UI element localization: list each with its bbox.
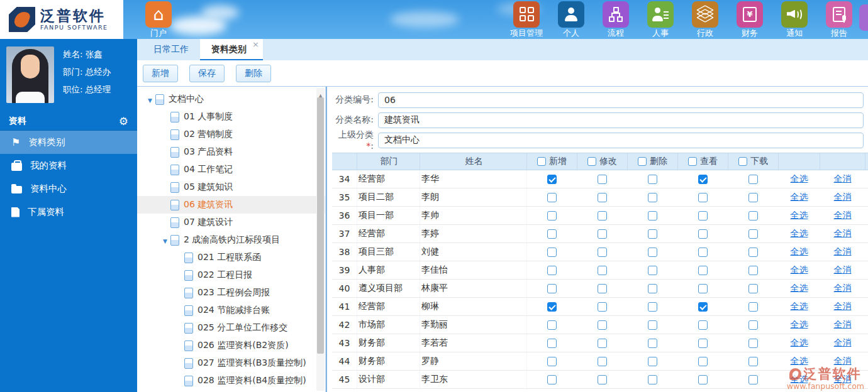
delete-button[interactable]: 删除 <box>236 65 271 82</box>
checkbox[interactable] <box>547 229 557 239</box>
gear-icon[interactable] <box>119 115 128 128</box>
nav-item-partial-icon[interactable] <box>859 4 868 31</box>
tree-item[interactable]: 01 人事制度 <box>137 108 325 126</box>
checkbox[interactable] <box>598 248 607 257</box>
tab-daily-work[interactable]: 日常工作 <box>142 39 200 60</box>
tree-item[interactable]: 023 工程例会周报 <box>137 284 325 302</box>
tree-item[interactable]: 024 节能减排台账 <box>137 302 325 319</box>
table-row[interactable]: 42市场部李勤丽全选全消 <box>332 316 868 334</box>
checkbox[interactable] <box>698 284 708 293</box>
checkbox[interactable] <box>547 284 557 293</box>
table-row[interactable]: 45设计部李卫东全选全消 <box>332 371 868 389</box>
table-row[interactable]: 39人事部李佳怡全选全消 <box>332 261 868 280</box>
checkbox[interactable] <box>547 175 557 184</box>
select-all-link[interactable]: 全选 <box>791 192 808 203</box>
checkbox[interactable] <box>648 302 657 312</box>
checkbox[interactable] <box>547 357 557 366</box>
close-icon[interactable]: × <box>252 40 259 49</box>
checkbox[interactable] <box>648 229 657 239</box>
select-all-link[interactable]: 全选 <box>791 228 808 239</box>
nav-item-workflow[interactable]: 流程 <box>598 1 633 39</box>
checkbox[interactable] <box>648 320 657 330</box>
nav-item-hr[interactable]: 人事 <box>643 1 678 39</box>
nav-item-project-management[interactable]: 项目管理 <box>509 1 544 39</box>
checkbox[interactable] <box>698 339 708 348</box>
sidebar-item-my-data[interactable]: 我的资料 <box>0 154 137 177</box>
checkbox[interactable] <box>598 211 607 220</box>
clear-all-link[interactable]: 全消 <box>834 356 852 367</box>
select-all-link[interactable]: 全选 <box>791 301 808 312</box>
checkbox[interactable] <box>698 193 708 202</box>
select-all-link[interactable]: 全选 <box>791 356 808 367</box>
checkbox[interactable] <box>598 266 607 275</box>
checkbox[interactable] <box>547 339 557 348</box>
tree-item-clipped[interactable] <box>137 389 325 392</box>
tree-item[interactable]: 04 工作笔记 <box>137 161 325 178</box>
checkbox[interactable] <box>648 248 657 257</box>
save-button[interactable]: 保存 <box>189 65 225 82</box>
checkbox[interactable] <box>698 302 708 312</box>
table-row[interactable]: 40遵义项目部林康平全选全消 <box>332 280 868 298</box>
checkbox[interactable] <box>648 266 657 275</box>
checkbox[interactable] <box>738 157 747 166</box>
clear-all-link[interactable]: 全消 <box>834 192 852 203</box>
checkbox[interactable] <box>698 320 708 330</box>
checkbox[interactable] <box>698 211 708 220</box>
checkbox[interactable] <box>748 339 758 348</box>
tree-item[interactable]: 027 监理资料(B3质量控制) <box>137 354 325 372</box>
checkbox[interactable] <box>648 339 657 348</box>
checkbox[interactable] <box>748 193 758 202</box>
tree-scrollbar[interactable] <box>316 88 325 391</box>
select-all-link[interactable]: 全选 <box>791 319 808 330</box>
nav-item-admin[interactable]: 行政 <box>687 1 723 39</box>
checkbox[interactable] <box>648 375 657 384</box>
sidebar-item-subordinate-data[interactable]: 下属资料 <box>0 200 137 224</box>
clear-all-link[interactable]: 全消 <box>834 210 852 221</box>
clear-all-link[interactable]: 全消 <box>834 283 852 294</box>
select-all-link[interactable]: 全选 <box>791 173 808 185</box>
tree-item[interactable]: 02 营销制度 <box>137 126 325 143</box>
checkbox[interactable] <box>648 193 657 202</box>
expand-arrow-icon[interactable] <box>145 94 155 104</box>
tree-item-root[interactable]: 文档中心 <box>137 90 325 108</box>
checkbox[interactable] <box>598 357 607 366</box>
checkbox[interactable] <box>547 193 557 202</box>
tree-item[interactable]: 03 产品资料 <box>137 143 325 161</box>
checkbox[interactable] <box>598 193 607 202</box>
checkbox[interactable] <box>748 320 758 330</box>
sidebar-item-data-center[interactable]: 资料中心 <box>0 177 137 200</box>
nav-item-report[interactable]: 报告 <box>821 1 857 39</box>
clear-all-link[interactable]: 全消 <box>834 246 852 258</box>
table-row[interactable]: 41经营部柳琳全选全消 <box>332 298 868 316</box>
checkbox[interactable] <box>547 248 557 257</box>
checkbox[interactable] <box>698 266 708 275</box>
nav-item-personal[interactable]: 个人 <box>554 1 589 39</box>
checkbox[interactable] <box>547 320 557 330</box>
parent-category-input[interactable] <box>378 133 864 148</box>
select-all-link[interactable]: 全选 <box>791 264 808 276</box>
nav-item-portal[interactable]: 门户 <box>141 1 176 39</box>
checkbox[interactable] <box>748 175 758 184</box>
checkbox[interactable] <box>547 266 557 275</box>
checkbox[interactable] <box>748 266 758 275</box>
table-row[interactable]: 44财务部罗静全选全消 <box>332 352 868 371</box>
table-row[interactable]: 34经营部李华全选全消 <box>332 170 868 188</box>
tree-item[interactable]: 022 工程日报 <box>137 266 325 284</box>
clear-all-link[interactable]: 全消 <box>834 228 852 239</box>
checkbox[interactable] <box>648 175 657 184</box>
checkbox[interactable] <box>698 357 708 366</box>
checkbox[interactable] <box>598 229 607 239</box>
clear-all-link[interactable]: 全消 <box>834 173 852 185</box>
checkbox[interactable] <box>598 284 607 293</box>
checkbox[interactable] <box>648 284 657 293</box>
checkbox[interactable] <box>748 229 758 239</box>
tree-item[interactable]: 026 监理资料(B2资质) <box>137 337 325 354</box>
tree-item[interactable]: 021 工程联系函 <box>137 249 325 266</box>
checkbox[interactable] <box>547 302 557 312</box>
select-all-link[interactable]: 全选 <box>791 374 808 385</box>
nav-item-notice[interactable]: 通知 <box>777 1 812 39</box>
tree-item-project[interactable]: 2 成渝高铁内江标段项目 <box>137 231 325 249</box>
checkbox[interactable] <box>638 157 647 166</box>
checkbox[interactable] <box>698 175 708 184</box>
clear-all-link[interactable]: 全消 <box>834 264 852 276</box>
